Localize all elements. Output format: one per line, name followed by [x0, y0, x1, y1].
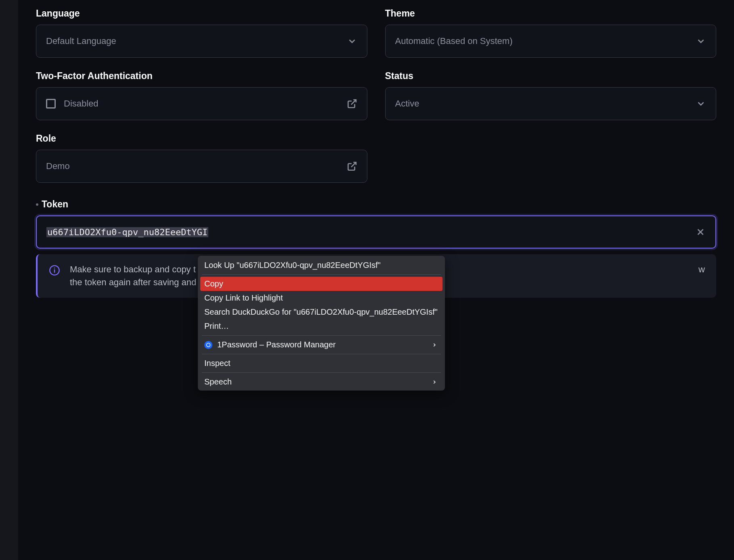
context-menu-separator [202, 274, 441, 275]
chevron-down-icon [696, 98, 706, 109]
context-menu-separator [202, 335, 441, 336]
role-label: Role [36, 133, 367, 144]
tfa-label: Two-Factor Authentication [36, 71, 367, 81]
checkbox-empty-icon [46, 99, 56, 109]
context-menu-item-label: Print… [204, 322, 229, 331]
language-select[interactable]: Default Language [36, 25, 367, 58]
tfa-value: Disabled [64, 98, 99, 109]
context-menu-lookup[interactable]: Look Up "u667iLDO2Xfu0-qpv_nu82EeeDtYGIs… [200, 258, 442, 272]
context-menu-inspect[interactable]: Inspect [200, 356, 442, 370]
external-link-icon[interactable] [347, 98, 357, 109]
external-link-icon[interactable] [347, 161, 357, 171]
svg-point-6 [54, 267, 55, 268]
notice-line2: the token again after saving and [70, 276, 196, 289]
language-value: Default Language [46, 36, 116, 46]
svg-line-0 [351, 100, 356, 104]
onepassword-icon [204, 341, 212, 349]
token-input[interactable]: u667iLDO2Xfu0-qpv_nu82EeeDtYGI [36, 215, 716, 249]
role-field: Role Demo [36, 133, 367, 183]
context-menu[interactable]: Look Up "u667iLDO2Xfu0-qpv_nu82EeeDtYGIs… [198, 256, 445, 391]
chevron-right-icon [430, 341, 438, 349]
left-rail [0, 0, 18, 560]
info-icon [49, 265, 60, 276]
status-field: Status Active [385, 71, 717, 120]
context-menu-search[interactable]: Search DuckDuckGo for "u667iLDO2Xfu0-qpv… [200, 305, 442, 319]
context-menu-separator [202, 354, 441, 354]
notice-trailing: w [698, 263, 705, 289]
context-menu-item-label: 1Password – Password Manager [217, 340, 336, 349]
notice-line1: Make sure to backup and copy t [70, 263, 196, 276]
context-menu-speech[interactable]: Speech [200, 375, 442, 389]
svg-line-1 [351, 162, 356, 167]
context-menu-print[interactable]: Print… [200, 319, 442, 333]
svg-point-7 [207, 343, 210, 347]
token-label: Token [42, 199, 68, 210]
context-menu-copy[interactable]: Copy [200, 277, 442, 291]
chevron-down-icon [696, 36, 706, 46]
chevron-right-icon [430, 378, 438, 386]
tfa-field: Two-Factor Authentication Disabled [36, 71, 367, 120]
role-control[interactable]: Demo [36, 150, 367, 183]
context-menu-item-label: Look Up "u667iLDO2Xfu0-qpv_nu82EeeDtYGIs… [204, 261, 381, 270]
token-value[interactable]: u667iLDO2Xfu0-qpv_nu82EeeDtYGI [46, 227, 690, 237]
theme-label: Theme [385, 8, 717, 19]
context-menu-1password[interactable]: 1Password – Password Manager [200, 338, 442, 352]
status-label: Status [385, 71, 717, 81]
status-value: Active [395, 98, 419, 109]
context-menu-item-label: Inspect [204, 359, 230, 368]
role-value: Demo [46, 161, 70, 171]
theme-select[interactable]: Automatic (Based on System) [385, 25, 717, 58]
chevron-down-icon [347, 36, 357, 46]
theme-field: Theme Automatic (Based on System) [385, 8, 717, 58]
context-menu-item-label: Copy [204, 279, 223, 288]
context-menu-separator [202, 372, 441, 373]
status-select[interactable]: Active [385, 87, 717, 120]
theme-value: Automatic (Based on System) [395, 36, 513, 46]
context-menu-item-label: Speech [204, 377, 232, 387]
context-menu-item-label: Copy Link to Highlight [204, 293, 283, 303]
close-icon[interactable] [695, 227, 706, 237]
tfa-control[interactable]: Disabled [36, 87, 367, 120]
context-menu-copy-link[interactable]: Copy Link to Highlight [200, 291, 442, 305]
language-label: Language [36, 8, 367, 19]
dirty-dot-icon [36, 203, 38, 206]
context-menu-item-label: Search DuckDuckGo for "u667iLDO2Xfu0-qpv… [204, 307, 438, 317]
language-field: Language Default Language [36, 8, 367, 58]
